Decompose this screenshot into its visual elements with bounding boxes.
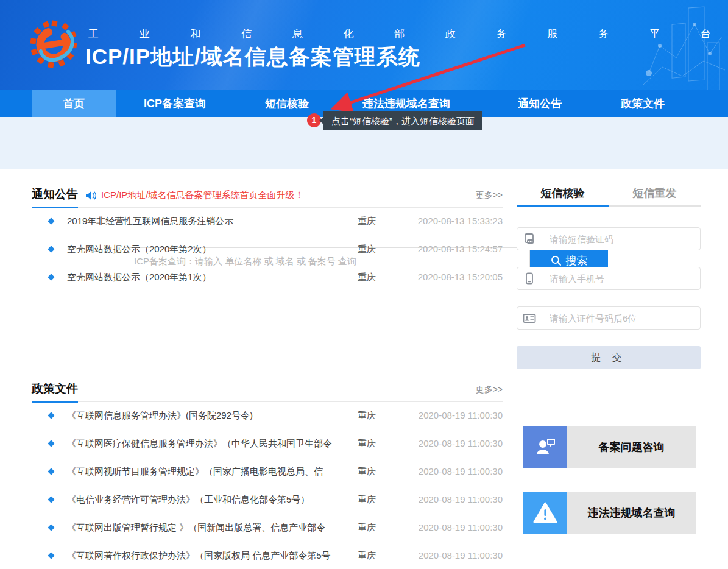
policy-region: 重庆 [342,522,391,534]
page: 工 业 和 信 息 化 部 政 务 服 务 平 台 ICP/IP地址/域名信息备… [0,0,728,569]
policy-row: 《互联网视听节目服务管理规定》（国家广播电影电视总局、信 重庆 2020-08-… [32,458,503,486]
miit-logo-icon [29,19,79,69]
announcement-region: 重庆 [342,272,391,283]
policy-link[interactable]: 《互联网视听节目服务管理规定》（国家广播电影电视总局、信 [67,466,323,478]
policy-row: 《互联网信息服务管理办法》(国务院292号令) 重庆 2020-08-19 11… [32,401,503,429]
policy-date: 2020-08-19 11:00:30 [419,494,503,504]
submit-button[interactable]: 提 交 [517,346,701,369]
diamond-bullet-icon [48,274,54,280]
warning-icon [523,492,567,534]
diamond-bullet-icon [48,552,54,559]
policy-region: 重庆 [342,494,391,506]
policy-link[interactable]: 《互联网著作权行政保护办法》（国家版权局 信息产业部令第5号 [67,550,331,562]
diamond-bullet-icon [48,468,54,475]
policies-header: 政策文件 更多>> [32,379,503,402]
more-link-announcements[interactable]: 更多>> [476,190,503,201]
diamond-bullet-icon [48,440,54,447]
announcement-region: 重庆 [342,216,391,227]
policies-list: 《互联网信息服务管理办法》(国务院292号令) 重庆 2020-08-19 11… [32,401,503,569]
upgrade-headline-text: ICP/IP地址/域名信息备案管理系统首页全面升级！ [101,189,304,201]
diamond-bullet-icon [48,496,54,503]
tab-sms-verify[interactable]: 短信核验 [517,186,609,200]
wireframe-city-decoration [557,0,728,90]
diamond-bullet-icon [48,217,54,224]
policy-date: 2020-08-19 11:00:30 [419,550,503,560]
nav-item-home[interactable]: 首页 [32,90,116,117]
phone-icon [517,272,542,285]
announcement-date: 2020-08-13 15:33:23 [418,216,503,226]
policy-region: 重庆 [342,410,391,422]
upgrade-headline-link[interactable]: ICP/IP地址/域名信息备案管理系统首页全面升级！ [85,189,304,201]
announcement-date: 2020-08-13 15:24:57 [418,244,503,254]
policy-link[interactable]: 《电信业务经营许可管理办法》（工业和信息化部令第5号） [67,494,309,506]
policy-region: 重庆 [342,438,391,450]
nav-item-icp-query[interactable]: ICP备案查询 [122,90,228,117]
diamond-bullet-icon [48,246,54,252]
announcements-list: 2019年非经营性互联网信息服务注销公示 重庆 2020-08-13 15:33… [32,207,503,291]
announcements-section: 通知公告 ICP/IP地址/域名信息备案管理系统首页全面升级！ 更多>> 201… [32,185,503,208]
id-card-icon [517,311,542,325]
sms-code-icon [517,232,542,246]
policy-date: 2020-08-19 11:00:30 [419,438,503,448]
platform-subtitle: 工 业 和 信 息 化 部 政 务 服 务 平 台 [88,27,728,41]
policy-date: 2020-08-19 11:00:30 [419,466,503,476]
policy-region: 重庆 [342,550,391,562]
tooltip: 点击“短信核验”，进入短信核验页面 [323,111,482,130]
policy-link[interactable]: 《互联网医疗保健信息服务管理办法》（中华人民共和国卫生部令 [67,438,332,450]
policy-row: 《互联网著作权行政保护办法》（国家版权局 信息产业部令第5号 重庆 2020-0… [32,542,503,569]
phone-input[interactable] [542,274,700,284]
policy-link[interactable]: 《互联网出版管理暂行规定 》（国新闻出版总署、信息产业部令 [67,522,325,534]
header-banner: 工 业 和 信 息 化 部 政 务 服 务 平 台 ICP/IP地址/域名信息备… [0,0,728,90]
more-link-policies[interactable]: 更多>> [476,384,503,395]
phone-field [517,267,701,290]
policy-date: 2020-08-19 11:00:30 [419,522,503,532]
diamond-bullet-icon [48,412,54,419]
policy-link[interactable]: 《互联网信息服务管理办法》(国务院292号令) [67,410,253,422]
announcements-title: 通知公告 [32,186,78,202]
announcement-row: 空壳网站数据公示（2020年第2次） 重庆 2020-08-13 15:24:5… [32,235,503,263]
nav-item-sms-verify[interactable]: 短信核验 [241,90,333,117]
consult-icon [523,426,567,468]
announcement-region: 重庆 [342,244,391,255]
diamond-bullet-icon [48,524,54,531]
announcement-link[interactable]: 2019年非经营性互联网信息服务注销公示 [67,216,233,227]
site-title: ICP/IP地址/域名信息备案管理系统 [85,43,420,71]
filing-consult-banner[interactable]: 备案问题咨询 [523,426,696,468]
speaker-icon [85,191,96,200]
sms-verify-panel: 短信核验 短信重发 [517,185,701,569]
nav-item-policies[interactable]: 政策文件 [614,90,671,117]
sms-code-input[interactable] [542,234,700,244]
policy-date: 2020-08-19 11:00:30 [419,410,503,420]
policy-row: 《互联网出版管理暂行规定 》（国新闻出版总署、信息产业部令 重庆 2020-08… [32,514,503,542]
announcements-header: 通知公告 ICP/IP地址/域名信息备案管理系统首页全面升级！ 更多>> [32,185,503,208]
filing-consult-label: 备案问题咨询 [567,426,696,468]
announcement-link[interactable]: 空壳网站数据公示（2020年第1次） [67,272,211,283]
announcement-row: 空壳网站数据公示（2020年第1次） 重庆 2020-08-13 15:20:0… [32,263,503,291]
policies-title: 政策文件 [32,381,78,397]
illegal-domain-banner[interactable]: 违法违规域名查询 [523,492,696,534]
id-number-input[interactable] [542,313,700,323]
sms-code-field [517,227,701,250]
policies-section: 政策文件 更多>> 《互联网信息服务管理办法》(国务院292号令) 重庆 202… [32,379,503,402]
nav-item-notices[interactable]: 通知公告 [511,90,569,117]
tab-sms-resend[interactable]: 短信重发 [609,186,701,200]
sms-tabs: 短信核验 短信重发 [517,185,701,207]
policy-row: 《互联网医疗保健信息服务管理办法》（中华人民共和国卫生部令 重庆 2020-08… [32,429,503,458]
announcement-date: 2020-08-13 15:20:05 [418,272,503,282]
announcement-row: 2019年非经营性互联网信息服务注销公示 重庆 2020-08-13 15:33… [32,207,503,235]
illegal-domain-label: 违法违规域名查询 [567,492,696,534]
id-number-field [517,306,701,330]
announcement-link[interactable]: 空壳网站数据公示（2020年第2次） [67,244,211,255]
policy-region: 重庆 [342,466,391,478]
policy-row: 《电信业务经营许可管理办法》（工业和信息化部令第5号） 重庆 2020-08-1… [32,486,503,514]
